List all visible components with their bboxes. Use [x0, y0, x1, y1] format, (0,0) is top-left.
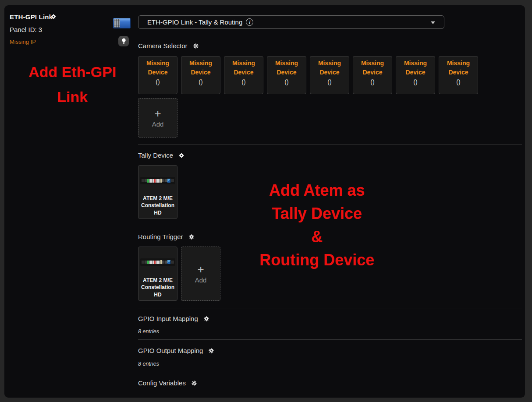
- routing-trigger-gear-icon[interactable]: [189, 234, 194, 240]
- missing-device-label: Missing Device: [140, 59, 175, 77]
- device-button-grid: [114, 19, 120, 28]
- section-title: Config Variables: [138, 379, 186, 387]
- lightbulb-icon: [121, 38, 127, 44]
- annotation-line: &: [229, 225, 404, 248]
- identify-panel-button[interactable]: [118, 36, 129, 46]
- section-divider: [138, 339, 522, 340]
- camera-slot-3[interactable]: Missing Device (): [224, 56, 263, 94]
- plus-icon: +: [197, 264, 204, 275]
- plus-icon: +: [154, 108, 161, 119]
- gpio-output-entries-count: 8 entries: [138, 361, 159, 367]
- panel-title: ETH-GPI Link: [10, 13, 53, 21]
- eth-gpi-device-image: [113, 18, 131, 28]
- missing-device-label: Missing Device: [269, 59, 304, 77]
- missing-device-value: (): [355, 77, 390, 87]
- info-icon[interactable]: i: [246, 18, 253, 26]
- routing-trigger-atem-tile[interactable]: ATEM 2 M/E Constellation HD: [138, 247, 177, 301]
- section-divider: [138, 145, 522, 145]
- atem-device-name: ATEM 2 M/E Constellation HD: [138, 195, 177, 217]
- camera-slot-7[interactable]: Missing Device (): [396, 56, 435, 94]
- atem-device-image: [140, 258, 175, 266]
- dropdown-selected-value: ETH-GPIO Link - Tally & Routing: [147, 18, 242, 26]
- missing-device-value: (): [140, 77, 175, 87]
- component-select-dropdown[interactable]: ETH-GPIO Link - Tally & Routing i: [138, 15, 444, 29]
- tally-device-atem-tile[interactable]: ATEM 2 M/E Constellation HD: [138, 165, 177, 219]
- missing-device-label: Missing Device: [183, 59, 218, 77]
- missing-device-label: Missing Device: [398, 59, 433, 77]
- tally-device-gear-icon[interactable]: [179, 153, 184, 158]
- missing-device-value: (): [183, 77, 218, 87]
- gpio-input-entries-count: 8 entries: [138, 328, 159, 335]
- section-divider: [138, 372, 522, 372]
- section-header-gpio-input: GPIO Input Mapping: [138, 315, 209, 322]
- missing-device-label: Missing Device: [312, 59, 347, 77]
- annotation-add-atem: Add Atem as Tally Device & Routing Devic…: [229, 179, 404, 272]
- add-label: Add: [195, 276, 207, 284]
- section-header-gpio-output: GPIO Output Mapping: [138, 347, 214, 354]
- panel-id-label: Panel ID: 3: [10, 26, 42, 33]
- panel-settings-gear-icon[interactable]: [51, 14, 56, 19]
- annotation-line: Routing Device: [229, 248, 404, 272]
- camera-selector-gear-icon[interactable]: [193, 43, 199, 49]
- missing-device-label: Missing Device: [226, 59, 261, 77]
- chevron-down-icon: [431, 21, 435, 24]
- routing-trigger-add-button[interactable]: + Add: [181, 247, 220, 301]
- missing-device-label: Missing Device: [355, 59, 390, 77]
- section-divider: [138, 308, 522, 308]
- annotation-line: Add Atem as: [229, 179, 404, 202]
- annotation-add-eth-gpi-link: Add Eth-GPI Link: [9, 60, 136, 109]
- gpio-output-gear-icon[interactable]: [209, 348, 214, 353]
- missing-device-value: (): [441, 77, 476, 87]
- atem-device-image: [140, 177, 175, 184]
- config-variables-gear-icon[interactable]: [192, 381, 197, 386]
- missing-ip-status: Missing IP: [10, 39, 36, 45]
- add-label: Add: [152, 120, 164, 128]
- section-header-routing-trigger: Routing Trigger: [138, 233, 194, 240]
- annotation-line: Add Eth-GPI: [9, 60, 136, 85]
- gpio-input-gear-icon[interactable]: [204, 316, 209, 321]
- camera-slot-8[interactable]: Missing Device (): [439, 56, 478, 94]
- section-header-camera-selector: Camera Selector: [138, 42, 199, 49]
- camera-slot-2[interactable]: Missing Device (): [181, 56, 220, 94]
- camera-slot-1[interactable]: Missing Device (): [138, 56, 177, 94]
- section-header-tally-device: Tally Device: [138, 152, 184, 159]
- app-panel: ETH-GPI Link Panel ID: 3 Missing IP Add …: [4, 5, 525, 398]
- section-title: Tally Device: [138, 152, 173, 159]
- section-title: Camera Selector: [138, 42, 188, 49]
- camera-selector-add-button[interactable]: + Add: [138, 98, 177, 138]
- annotation-line: Tally Device: [229, 202, 404, 225]
- camera-slot-4[interactable]: Missing Device (): [267, 56, 306, 94]
- section-title: GPIO Output Mapping: [138, 347, 203, 354]
- atem-device-name: ATEM 2 M/E Constellation HD: [138, 277, 177, 299]
- missing-device-value: (): [312, 77, 347, 87]
- missing-device-value: (): [226, 77, 261, 87]
- section-title: GPIO Input Mapping: [138, 315, 198, 322]
- camera-slot-6[interactable]: Missing Device (): [353, 56, 392, 94]
- missing-device-value: (): [269, 77, 304, 87]
- section-title: Routing Trigger: [138, 233, 183, 240]
- missing-device-value: (): [398, 77, 433, 87]
- camera-selector-device-row: Missing Device () Missing Device () Miss…: [138, 56, 478, 94]
- section-header-config-variables: Config Variables: [138, 379, 197, 387]
- missing-device-label: Missing Device: [441, 59, 476, 77]
- camera-slot-5[interactable]: Missing Device (): [310, 56, 349, 94]
- annotation-line: Link: [9, 85, 136, 109]
